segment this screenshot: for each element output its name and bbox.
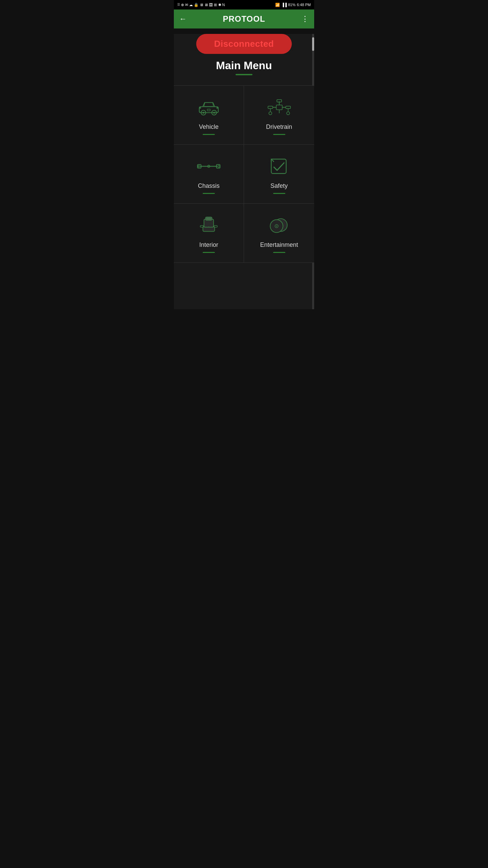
svg-rect-12 [276,105,282,110]
entertainment-underline [273,252,285,253]
safety-underline [273,193,285,194]
disconnected-banner[interactable]: Disconnected [196,34,292,54]
svg-point-6 [213,112,215,114]
menu-item-chassis[interactable]: Chassis [174,145,244,204]
scrollbar-thumb[interactable] [312,37,314,51]
svg-rect-9 [207,109,210,111]
svg-point-20 [286,112,289,115]
overflow-menu-button[interactable]: ⋮ [301,15,309,23]
safety-icon [267,157,291,177]
menu-item-drivetrain[interactable]: Drivetrain [244,86,314,145]
menu-item-safety[interactable]: Safety [244,145,314,204]
chassis-label: Chassis [198,182,220,190]
status-bar-left: ⠿ ⊕ ✉ ☁ 🔒 🖥 🖥 🖼 ⊞ ✱ N [177,3,225,7]
vehicle-underline [203,134,215,135]
vehicle-icon [197,98,221,118]
signal-bars: ▐▐ [281,3,287,7]
status-bar-right: 📶 ▐▐ 81% 6:48 PM [275,3,311,7]
menu-item-entertainment[interactable]: Entertainment [244,204,314,263]
interior-underline [203,252,215,253]
menu-grid: Vehicle [174,85,314,263]
interior-label: Interior [199,241,218,249]
svg-rect-11 [286,106,290,108]
drivetrain-label: Drivetrain [266,123,292,131]
back-button[interactable]: ← [179,15,187,23]
time-display: 6:48 PM [297,3,311,7]
main-content: Disconnected Main Menu [174,34,314,309]
entertainment-icon [267,216,291,236]
svg-rect-10 [268,106,272,108]
chassis-underline [203,193,215,194]
svg-point-5 [203,112,204,114]
svg-rect-35 [206,218,211,220]
disconnected-label: Disconnected [214,39,274,49]
vehicle-label: Vehicle [199,123,219,131]
notification-icons: ⠿ ⊕ ✉ ☁ 🔒 🖥 🖥 🖼 ⊞ ✱ N [177,3,225,7]
entertainment-label: Entertainment [260,241,298,249]
interior-icon [197,216,221,236]
svg-point-18 [269,112,272,115]
battery-level: 81% [288,3,296,7]
chassis-icon [197,157,221,177]
drivetrain-underline [273,134,285,135]
title-underline [236,74,252,75]
status-bar: ⠿ ⊕ ✉ ☁ 🔒 🖥 🖥 🖼 ⊞ ✱ N 📶 ▐▐ 81% 6:48 PM [174,0,314,9]
svg-rect-8 [217,107,218,109]
menu-item-interior[interactable]: Interior [174,204,244,263]
svg-point-29 [208,166,209,167]
main-menu-title: Main Menu [174,59,314,72]
svg-rect-37 [200,225,203,227]
svg-rect-7 [199,107,201,109]
drivetrain-icon [267,98,291,118]
menu-item-vehicle[interactable]: Vehicle [174,86,244,145]
svg-rect-0 [199,107,218,113]
svg-point-44 [276,225,277,226]
svg-rect-38 [214,225,217,227]
wifi-icon: 📶 [275,3,280,7]
app-bar: ← PROTOOL ⋮ [174,9,314,28]
safety-label: Safety [270,182,288,190]
app-title: PROTOOL [223,14,265,24]
